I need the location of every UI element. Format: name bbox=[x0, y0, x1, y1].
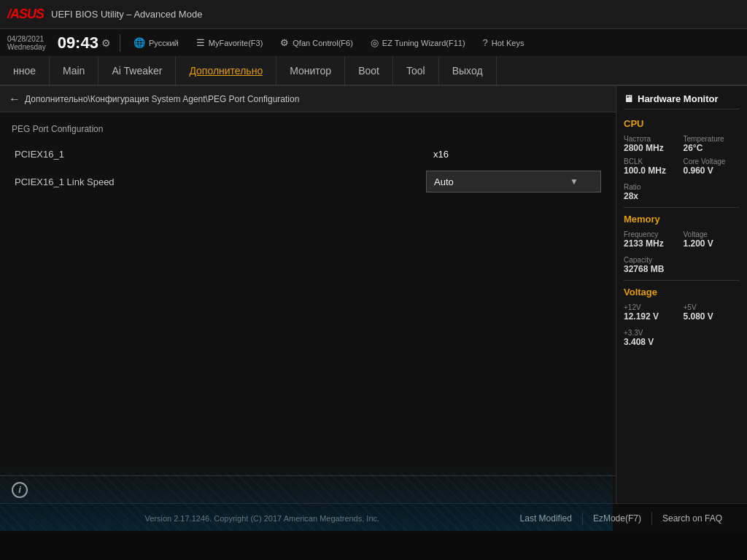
mem-volt-value: 1.200 V bbox=[684, 238, 740, 249]
voltage-stats: +12V 12.192 V +5V 5.080 V bbox=[624, 303, 740, 322]
bios-title: UEFI BIOS Utility – Advanced Mode bbox=[51, 9, 740, 20]
qfan-icon: ⚙ bbox=[280, 37, 289, 48]
content-area: ← Дополнительно\Конфигурация System Agen… bbox=[0, 86, 616, 503]
info-icon[interactable]: i bbox=[12, 482, 28, 498]
mem-cap-label: Capacity bbox=[624, 256, 740, 264]
chevron-down-icon: ▼ bbox=[570, 176, 578, 187]
cpu-bclk-value: 100.0 MHz bbox=[624, 166, 681, 176]
cpu-temp-label: Temperature bbox=[684, 135, 740, 143]
v33-label: +3.3V bbox=[624, 329, 740, 337]
eztuning-button[interactable]: ◎ EZ Tuning Wizard(F11) bbox=[366, 36, 470, 50]
hw-monitor-sidebar: 🖥 Hardware Monitor CPU Частота 2800 MHz … bbox=[616, 86, 747, 503]
cpu-bclk: BCLK 100.0 MHz bbox=[624, 158, 681, 176]
eztuning-icon: ◎ bbox=[371, 37, 379, 48]
nav-item-nное[interactable]: нное bbox=[0, 56, 50, 85]
cpu-ratio: Ratio 28x bbox=[624, 183, 740, 201]
config-row-link-speed: PCIEX16_1 Link Speed Auto ▼ bbox=[0, 166, 616, 197]
v12-label: +12V bbox=[624, 303, 681, 311]
eztuning-label: EZ Tuning Wizard(F11) bbox=[382, 39, 465, 47]
section-title: PEG Port Configuration bbox=[0, 120, 616, 139]
footer-version: Version 2.17.1246. Copyright (C) 2017 Am… bbox=[15, 514, 510, 523]
settings-icon[interactable]: ⚙ bbox=[101, 37, 111, 49]
mem-capacity: Capacity 32768 MB bbox=[624, 256, 740, 274]
asus-logo: /ASUS bbox=[7, 7, 44, 22]
cpu-section-title: CPU bbox=[624, 118, 740, 129]
footer: Version 2.17.1246. Copyright (C) 2017 Am… bbox=[0, 503, 747, 532]
cpu-stats: Частота 2800 MHz Temperature 26°C BCLK 1… bbox=[624, 135, 740, 176]
date-display: 04/28/2021 bbox=[7, 35, 44, 43]
cpu-temp-value: 26°C bbox=[684, 143, 740, 153]
day-display: Wednesday bbox=[7, 43, 46, 51]
hw-monitor-title: 🖥 Hardware Monitor bbox=[624, 93, 740, 109]
breadcrumb-path: Дополнительно\Конфигурация System Agent\… bbox=[25, 94, 299, 104]
v33-value: 3.408 V bbox=[624, 337, 740, 347]
cpu-bclk-label: BCLK bbox=[624, 158, 681, 166]
memory-stats: Frequency 2133 MHz Voltage 1.200 V bbox=[624, 230, 740, 249]
time-block: 09:43 ⚙ bbox=[58, 34, 111, 52]
cpu-freq: Частота 2800 MHz bbox=[624, 135, 681, 153]
pciex16-value: x16 bbox=[426, 149, 601, 160]
v5: +5V 5.080 V bbox=[684, 303, 740, 322]
divider2 bbox=[624, 280, 740, 281]
hotkeys-icon: ? bbox=[483, 37, 488, 48]
hotkeys-label: Hot Keys bbox=[492, 39, 525, 47]
mem-volt: Voltage 1.200 V bbox=[684, 230, 740, 249]
nav-item-ai-tweaker[interactable]: Ai Tweaker bbox=[98, 56, 176, 85]
hotkeys-button[interactable]: ? Hot Keys bbox=[479, 36, 529, 50]
main-layout: ← Дополнительно\Конфигурация System Agen… bbox=[0, 86, 747, 503]
nav-item-dopolnitelno[interactable]: Дополнительно bbox=[176, 56, 276, 85]
nav-item-main[interactable]: Main bbox=[50, 56, 98, 85]
cpu-freq-label: Частота bbox=[624, 135, 681, 143]
nav-item-tool[interactable]: Tool bbox=[393, 56, 439, 85]
nav-item-monitor[interactable]: Монитор bbox=[276, 56, 345, 85]
language-icon: 🌐 bbox=[133, 37, 145, 48]
navbar: нноеMainAi TweakerДополнительноМониторBo… bbox=[0, 57, 747, 86]
v5-label: +5V bbox=[684, 303, 740, 311]
nav-item-boot[interactable]: Boot bbox=[345, 56, 393, 85]
breadcrumb: ← Дополнительно\Конфигурация System Agen… bbox=[0, 86, 616, 112]
last-modified-button[interactable]: Last Modified bbox=[510, 512, 583, 525]
language-button[interactable]: 🌐 Русский bbox=[129, 36, 183, 50]
hw-monitor-label: Hardware Monitor bbox=[638, 93, 719, 104]
footer-right: Last Modified EzMode(F7) Search on FAQ bbox=[510, 512, 732, 525]
v12-value: 12.192 V bbox=[624, 311, 681, 322]
nav-item-exit[interactable]: Выход bbox=[439, 56, 497, 85]
dropdown-selected[interactable]: Auto ▼ bbox=[426, 171, 601, 192]
back-button[interactable]: ← bbox=[9, 93, 20, 106]
ez-mode-button[interactable]: EzMode(F7) bbox=[583, 512, 652, 525]
time-display: 09:43 bbox=[58, 34, 98, 52]
myfavorite-button[interactable]: ☰ MyFavorite(F3) bbox=[192, 36, 268, 50]
myfavorite-label: MyFavorite(F3) bbox=[209, 39, 263, 47]
divider bbox=[120, 34, 120, 52]
mem-cap-value: 32768 MB bbox=[624, 264, 740, 274]
link-speed-dropdown[interactable]: Auto ▼ bbox=[426, 171, 601, 192]
clockbar: 04/28/2021 Wednesday 09:43 ⚙ 🌐 Русский ☰… bbox=[0, 29, 747, 57]
cpu-ratio-label: Ratio bbox=[624, 183, 740, 191]
config-content: PEG Port Configuration PCIEX16_1 x16 PCI… bbox=[0, 112, 616, 475]
topbar: /ASUS UEFI BIOS Utility – Advanced Mode bbox=[0, 0, 747, 29]
v33: +3.3V 3.408 V bbox=[624, 329, 740, 347]
monitor-icon: 🖥 bbox=[624, 93, 633, 104]
cpu-ratio-value: 28x bbox=[624, 191, 740, 201]
qfan-button[interactable]: ⚙ Qfan Control(F6) bbox=[276, 36, 357, 50]
pciex16-label: PCIEX16_1 bbox=[15, 149, 426, 160]
mem-freq: Frequency 2133 MHz bbox=[624, 230, 681, 249]
myfavorite-icon: ☰ bbox=[196, 37, 205, 48]
mem-volt-label: Voltage bbox=[684, 230, 740, 238]
datetime: 04/28/2021 Wednesday bbox=[7, 35, 46, 51]
search-faq-button[interactable]: Search on FAQ bbox=[652, 512, 732, 525]
language-label: Русский bbox=[149, 39, 179, 47]
qfan-label: Qfan Control(F6) bbox=[293, 39, 353, 47]
info-bar: i bbox=[0, 475, 616, 503]
cpu-corevolt-value: 0.960 V bbox=[684, 166, 740, 176]
mem-freq-value: 2133 MHz bbox=[624, 238, 681, 249]
memory-section-title: Memory bbox=[624, 214, 740, 225]
divider bbox=[624, 207, 740, 208]
cpu-freq-value: 2800 MHz bbox=[624, 143, 681, 153]
link-speed-label: PCIEX16_1 Link Speed bbox=[15, 176, 426, 187]
cpu-corevolt: Core Voltage 0.960 V bbox=[684, 158, 740, 176]
cpu-temp: Temperature 26°C bbox=[684, 135, 740, 153]
cpu-corevolt-label: Core Voltage bbox=[684, 158, 740, 166]
mem-freq-label: Frequency bbox=[624, 230, 681, 238]
config-row-pciex16: PCIEX16_1 x16 bbox=[0, 141, 616, 166]
